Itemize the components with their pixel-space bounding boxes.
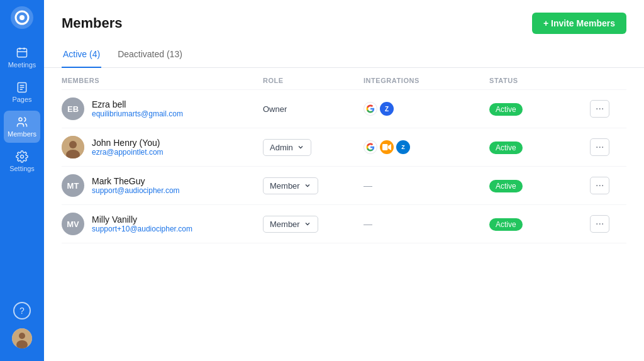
status-cell: Active [489, 142, 590, 153]
member-email[interactable]: support+10@audiocipher.com [92, 225, 192, 233]
member-email[interactable]: support@audiocipher.com [92, 186, 180, 195]
status-badge: Active [489, 103, 523, 116]
integrations-cell: — [364, 219, 489, 229]
members-table: MEMBERS ROLE INTEGRATIONS STATUS EB Ezra… [44, 68, 644, 361]
main-content: Members + Invite Members Active (4) Deac… [44, 0, 644, 361]
table-row: EB Ezra bell equilibriumarts@gmail.com O… [62, 90, 626, 128]
tab-active[interactable]: Active (4) [62, 44, 101, 68]
table-row: John Henry (You) ezra@appointlet.com Adm… [62, 128, 626, 167]
avatar: MV [62, 213, 84, 235]
more-actions-cell: ··· [590, 215, 621, 233]
google-integration-icon [364, 102, 377, 116]
tab-deactivated[interactable]: Deactivated (13) [116, 44, 184, 68]
status-cell: Active [489, 218, 590, 230]
sidebar-item-settings[interactable]: Settings [4, 145, 40, 177]
integrations-cell: — [364, 181, 489, 191]
integrations-cell: Z [364, 140, 489, 154]
user-avatar[interactable] [12, 328, 32, 348]
more-actions-cell: ··· [590, 177, 621, 194]
role-cell: Owner [263, 103, 364, 114]
avatar: EB [62, 97, 84, 120]
member-name: Ezra bell [92, 99, 183, 109]
member-name: John Henry (You) [92, 138, 164, 148]
tabs-bar: Active (4) Deactivated (13) [44, 44, 644, 68]
avatar: MT [62, 174, 84, 197]
sidebar-item-members[interactable]: Members [4, 111, 40, 143]
col-status: STATUS [489, 77, 590, 84]
page-title: Members [62, 15, 123, 31]
role-dropdown[interactable]: Member [263, 177, 318, 194]
more-actions-cell: ··· [590, 138, 621, 156]
svg-point-8 [19, 333, 25, 339]
col-role: ROLE [263, 77, 364, 84]
col-integrations: INTEGRATIONS [364, 77, 489, 84]
status-badge: Active [489, 142, 523, 154]
page-header: Members + Invite Members [44, 0, 644, 44]
col-members: MEMBERS [62, 77, 263, 84]
sidebar-item-pages[interactable]: Pages [4, 76, 40, 108]
member-name: Milly Vanilly [92, 214, 192, 225]
sidebar-item-meetings[interactable]: Meetings [4, 42, 40, 74]
status-cell: Active [489, 180, 590, 191]
table-row: MT Mark TheGuy support@audiocipher.com M… [62, 167, 626, 205]
ms-integration-icon: Z [396, 140, 410, 154]
svg-point-11 [69, 141, 77, 148]
avatar [62, 136, 84, 158]
role-cell: Member [263, 177, 364, 194]
more-button[interactable]: ··· [590, 215, 609, 233]
svg-point-6 [21, 155, 24, 158]
zoom-integration-icon: Z [380, 102, 394, 116]
more-button[interactable]: ··· [590, 177, 609, 194]
member-name: Mark TheGuy [92, 176, 180, 186]
table-row: MV Milly Vanilly support+10@audiocipher.… [62, 205, 626, 243]
invite-members-button[interactable]: + Invite Members [532, 13, 626, 34]
more-button[interactable]: ··· [590, 138, 609, 156]
status-badge: Active [489, 180, 523, 192]
integrations-cell: Z [364, 102, 489, 116]
role-dropdown[interactable]: Member [263, 216, 318, 233]
role-cell: Member [263, 216, 364, 233]
svg-rect-3 [18, 48, 27, 57]
member-cell: EB Ezra bell equilibriumarts@gmail.com [62, 97, 263, 120]
member-email[interactable]: equilibriumarts@gmail.com [92, 109, 183, 118]
sidebar: Meetings Pages Members Settings ? [0, 0, 44, 361]
help-button[interactable]: ? [13, 302, 31, 319]
svg-point-5 [19, 118, 22, 121]
google-integration-icon [364, 140, 377, 154]
status-cell: Active [489, 103, 590, 114]
zoom-integration-icon [380, 140, 394, 154]
more-actions-cell: ··· [590, 100, 621, 118]
status-badge: Active [489, 218, 523, 231]
member-cell: MV Milly Vanilly support+10@audiocipher.… [62, 213, 263, 235]
svg-rect-13 [382, 144, 387, 150]
member-cell: MT Mark TheGuy support@audiocipher.com [62, 174, 263, 197]
role-dropdown[interactable]: Admin [263, 139, 311, 156]
member-cell: John Henry (You) ezra@appointlet.com [62, 136, 263, 158]
svg-point-2 [19, 15, 25, 20]
role-cell: Admin [263, 139, 364, 156]
member-email[interactable]: ezra@appointlet.com [92, 148, 164, 157]
table-header: MEMBERS ROLE INTEGRATIONS STATUS [62, 68, 626, 90]
app-logo[interactable] [11, 6, 33, 31]
more-button[interactable]: ··· [590, 100, 609, 118]
